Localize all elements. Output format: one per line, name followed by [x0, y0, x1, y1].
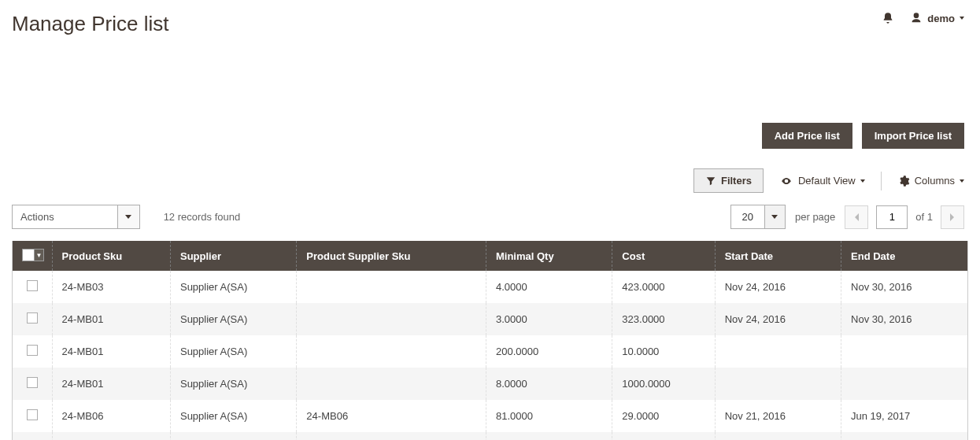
eye-icon	[779, 176, 793, 187]
table-row[interactable]: 24-MB01Supplier A(SA)8.00001000.0000	[13, 368, 967, 400]
default-view-dropdown[interactable]: Default View	[779, 175, 865, 187]
cell-minqty: 200.0000	[486, 335, 612, 368]
cell-end: Nov 30, 2016	[841, 303, 967, 335]
cell-sku: 24-MB01	[52, 368, 170, 400]
chevron-down-icon	[764, 205, 785, 228]
row-checkbox[interactable]	[13, 400, 52, 432]
column-header[interactable]: Minimal Qty	[486, 241, 612, 271]
cell-start: Nov 24, 2016	[715, 271, 841, 303]
cell-supplier: Supplier A(SA)	[170, 400, 296, 432]
cell-supplier: Supplier A(SA)	[170, 368, 296, 400]
cell-cost: 323.0000	[612, 303, 715, 335]
cell-psku: 24-MB05	[297, 432, 486, 440]
cell-sku: 24-MB03	[52, 271, 170, 303]
funnel-icon	[705, 176, 716, 187]
notification-bell-icon[interactable]	[882, 12, 894, 24]
cell-psku	[297, 271, 486, 303]
column-header[interactable]: Cost	[612, 241, 715, 271]
row-checkbox[interactable]	[13, 303, 52, 335]
cell-minqty: 3.0000	[486, 303, 612, 335]
cell-start: Nov 24, 2016	[715, 303, 841, 335]
chevron-down-icon	[860, 179, 865, 183]
user-menu[interactable]: demo	[910, 12, 964, 24]
prev-page-button[interactable]	[845, 205, 868, 229]
row-checkbox[interactable]	[13, 432, 52, 440]
default-view-label: Default View	[798, 175, 856, 187]
cell-end: Nov 30, 2016	[841, 271, 967, 303]
chevron-down-icon	[960, 179, 964, 183]
per-page-label: per page	[795, 211, 835, 223]
import-price-list-button[interactable]: Import Price list	[862, 123, 964, 149]
next-page-button[interactable]	[941, 205, 964, 229]
cell-end	[841, 368, 967, 400]
cell-supplier: Supplier A(SA)	[170, 303, 296, 335]
cell-cost: 39.0000	[612, 432, 715, 440]
records-found: 12 records found	[164, 211, 241, 223]
cell-start: Nov 21, 2016	[715, 400, 841, 432]
cell-psku	[297, 303, 486, 335]
table-row[interactable]: 24-MB03Supplier A(SA)4.0000423.0000Nov 2…	[13, 271, 967, 303]
column-header[interactable]: End Date	[841, 241, 967, 271]
cell-cost: 29.0000	[612, 400, 715, 432]
divider	[881, 172, 882, 190]
cell-end: Sep 10, 2017	[841, 432, 967, 440]
user-name: demo	[927, 13, 955, 24]
gear-icon	[897, 175, 910, 187]
row-checkbox[interactable]	[13, 368, 52, 400]
cell-psku: 24-MB06	[297, 400, 486, 432]
mass-actions-dropdown[interactable]: Actions	[12, 205, 140, 229]
cell-psku	[297, 368, 486, 400]
cell-start	[715, 368, 841, 400]
cell-psku	[297, 335, 486, 368]
row-checkbox[interactable]	[13, 335, 52, 368]
cell-cost: 10.0000	[612, 335, 715, 368]
column-header[interactable]: Product Supplier Sku	[297, 241, 486, 271]
per-page-value: 20	[731, 205, 764, 228]
cell-sku: 24-MB06	[52, 400, 170, 432]
column-header[interactable]: Start Date	[715, 241, 841, 271]
cell-start: Nov 21, 2016	[715, 432, 841, 440]
cell-cost: 1000.0000	[612, 368, 715, 400]
filters-button[interactable]: Filters	[693, 168, 764, 193]
columns-label: Columns	[915, 175, 955, 187]
page-input[interactable]	[876, 205, 908, 229]
row-checkbox[interactable]	[13, 271, 52, 303]
cell-minqty: 174.0000	[486, 432, 612, 440]
cell-cost: 423.0000	[612, 271, 715, 303]
table-row[interactable]: 24-MB05Supplier A(SA)24-MB05174.000039.0…	[13, 432, 967, 440]
cell-start	[715, 335, 841, 368]
page-of-label: of 1	[915, 211, 933, 223]
user-icon	[910, 12, 923, 24]
columns-dropdown[interactable]: Columns	[897, 175, 964, 187]
column-header[interactable]: Supplier	[170, 241, 296, 271]
cell-supplier: Supplier A(SA)	[170, 432, 296, 440]
table-row[interactable]: 24-MB06Supplier A(SA)24-MB0681.000029.00…	[13, 400, 967, 432]
cell-end	[841, 335, 967, 368]
chevron-down-icon	[960, 17, 964, 20]
add-price-list-button[interactable]: Add Price list	[762, 123, 852, 149]
column-header[interactable]: Product Sku	[52, 241, 170, 271]
table-row[interactable]: 24-MB01Supplier A(SA)3.0000323.0000Nov 2…	[13, 303, 967, 335]
select-all-header[interactable]: ▼	[13, 241, 52, 271]
page-title: Manage Price list	[12, 12, 168, 36]
cell-minqty: 8.0000	[486, 368, 612, 400]
cell-supplier: Supplier A(SA)	[170, 335, 296, 368]
cell-supplier: Supplier A(SA)	[170, 271, 296, 303]
table-row[interactable]: 24-MB01Supplier A(SA)200.000010.0000	[13, 335, 967, 368]
filters-label: Filters	[721, 175, 752, 187]
price-list-grid: ▼ Product Sku Supplier Product Supplier …	[12, 241, 968, 440]
cell-sku: 24-MB01	[52, 335, 170, 368]
chevron-down-icon	[117, 205, 139, 228]
per-page-dropdown[interactable]: 20	[730, 205, 786, 229]
cell-end: Jun 19, 2017	[841, 400, 967, 432]
cell-sku: 24-MB01	[52, 303, 170, 335]
actions-label: Actions	[13, 205, 117, 228]
cell-minqty: 4.0000	[486, 271, 612, 303]
cell-sku: 24-MB05	[52, 432, 170, 440]
cell-minqty: 81.0000	[486, 400, 612, 432]
